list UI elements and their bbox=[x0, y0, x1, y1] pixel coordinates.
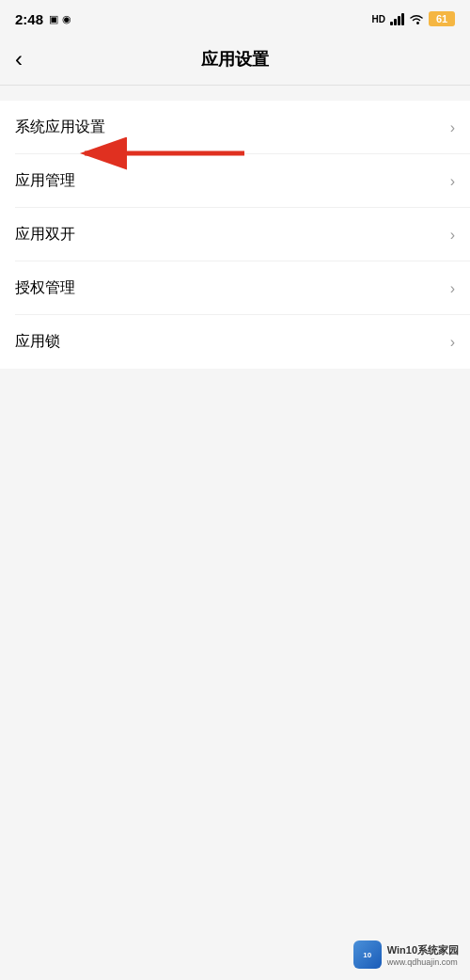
page-title: 应用设置 bbox=[201, 48, 269, 71]
signal-strength-icon bbox=[390, 12, 404, 25]
watermark-site-name: Win10系统家园 bbox=[387, 943, 459, 957]
battery-indicator: 61 bbox=[429, 11, 455, 26]
notification-icon: ◉ bbox=[62, 13, 71, 25]
header-divider bbox=[0, 85, 470, 86]
hd-signal-icon: HD bbox=[372, 14, 385, 24]
menu-item-app-lock[interactable]: 应用锁 › bbox=[0, 315, 470, 369]
menu-item-label-auth-management: 授权管理 bbox=[15, 278, 75, 298]
menu-item-label-app-dual: 应用双开 bbox=[15, 225, 75, 245]
status-left: 2:48 ▣ ◉ bbox=[15, 11, 71, 27]
status-time: 2:48 bbox=[15, 11, 43, 27]
battery-level: 61 bbox=[436, 13, 447, 24]
menu-list: 系统应用设置 › 应用管理 › 应用双开 › 授权管理 › 应用锁 › bbox=[0, 101, 470, 369]
status-icons-left: ▣ ◉ bbox=[49, 13, 71, 25]
watermark: 10 Win10系统家园 www.qdhuajin.com bbox=[353, 940, 459, 969]
menu-item-arrow-app-management: › bbox=[450, 173, 455, 190]
menu-item-arrow-app-lock: › bbox=[450, 334, 455, 351]
menu-item-label-app-management: 应用管理 bbox=[15, 171, 75, 191]
page-header: ‹ 应用设置 bbox=[0, 34, 470, 85]
menu-item-app-dual[interactable]: 应用双开 › bbox=[0, 208, 470, 261]
back-icon: ‹ bbox=[15, 46, 23, 72]
menu-item-arrow-auth-management: › bbox=[450, 280, 455, 297]
wifi-icon bbox=[409, 13, 424, 25]
menu-item-arrow-app-dual: › bbox=[450, 227, 455, 244]
menu-item-auth-management[interactable]: 授权管理 › bbox=[0, 261, 470, 315]
watermark-site-url: www.qdhuajin.com bbox=[387, 957, 459, 967]
status-right: HD 61 bbox=[372, 11, 455, 26]
back-button[interactable]: ‹ bbox=[15, 46, 23, 72]
watermark-icon-text: 10 bbox=[363, 951, 371, 959]
sim-icon: ▣ bbox=[49, 13, 58, 25]
menu-item-app-management[interactable]: 应用管理 › bbox=[0, 154, 470, 208]
watermark-logo: 10 bbox=[353, 940, 382, 969]
menu-item-label-system-app-settings: 系统应用设置 bbox=[15, 118, 105, 137]
menu-item-system-app-settings[interactable]: 系统应用设置 › bbox=[0, 101, 470, 154]
menu-item-label-app-lock: 应用锁 bbox=[15, 332, 60, 352]
watermark-text-container: Win10系统家园 www.qdhuajin.com bbox=[387, 943, 459, 967]
menu-item-arrow-system-app-settings: › bbox=[450, 119, 455, 136]
status-bar: 2:48 ▣ ◉ HD 61 bbox=[0, 0, 470, 34]
